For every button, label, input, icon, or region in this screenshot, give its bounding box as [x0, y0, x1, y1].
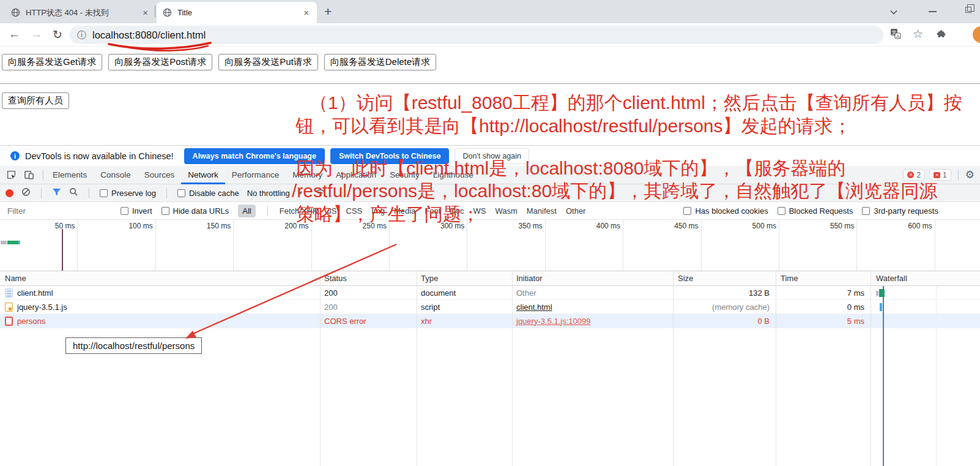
third-party-requests-option[interactable]: 3rd-party requests	[862, 206, 938, 216]
timeline-tick: 100 ms	[78, 220, 155, 271]
profile-avatar[interactable]	[973, 26, 980, 43]
tab-security[interactable]: Security	[383, 166, 426, 184]
filter-pill-css[interactable]: CSS	[346, 206, 363, 216]
invert-option[interactable]: Invert	[121, 206, 152, 216]
initiator-link[interactable]: client.html	[516, 303, 552, 312]
tab-lighthouse[interactable]: Lighthouse	[426, 166, 480, 184]
get-request-button[interactable]: 向服务器发送Get请求	[2, 54, 102, 70]
column-divider[interactable]	[673, 271, 674, 466]
filter-pill-ws[interactable]: WS	[473, 206, 486, 216]
column-divider[interactable]	[512, 271, 513, 466]
filter-input[interactable]	[7, 206, 111, 216]
timeline-tick: 500 ms	[702, 220, 779, 271]
post-request-button[interactable]: 向服务器发送Post请求	[108, 54, 212, 70]
issues-badge[interactable]: ×1	[929, 169, 951, 181]
query-all-persons-button[interactable]: 查询所有人员	[2, 92, 69, 109]
extensions-puzzle-icon[interactable]	[936, 28, 947, 42]
filter-pill-js[interactable]: JS	[327, 206, 336, 216]
failed-request-icon	[5, 317, 13, 326]
minimize-button[interactable]	[929, 11, 937, 12]
filter-pill-manifest[interactable]: Manifest	[527, 206, 557, 216]
filter-pill-doc[interactable]: Doc	[450, 206, 464, 216]
disable-cache-option[interactable]: Disable cache	[177, 189, 239, 198]
tab-memory[interactable]: Memory	[286, 166, 329, 184]
dont-show-again-button[interactable]: Don't show again	[455, 148, 529, 164]
hide-data-urls-option[interactable]: Hide data URLs	[161, 206, 229, 216]
network-conditions-wifi-icon[interactable]	[315, 188, 325, 198]
third-party-requests-checkbox[interactable]	[862, 207, 870, 215]
browser-tab-404[interactable]: HTTP状态 404 - 未找到 ×	[5, 2, 156, 23]
back-icon[interactable]: ←	[9, 28, 20, 41]
filter-pill-other[interactable]: Other	[566, 206, 586, 216]
put-request-button[interactable]: 向服务器发送Put请求	[218, 54, 318, 70]
tab-console[interactable]: Console	[94, 166, 138, 184]
site-info-icon[interactable]: ⓘ	[77, 29, 86, 41]
tab-network[interactable]: Network	[181, 166, 225, 184]
timeline-tick: 550 ms	[779, 220, 857, 271]
column-header-type[interactable]: Type	[417, 274, 512, 283]
tab-application[interactable]: Application	[329, 166, 383, 184]
filter-pill-all[interactable]: All	[238, 205, 255, 217]
column-header-size[interactable]: Size	[673, 274, 776, 283]
column-divider[interactable]	[870, 271, 871, 466]
disable-cache-checkbox[interactable]	[177, 189, 185, 197]
reload-icon[interactable]: ↻	[53, 28, 62, 42]
preserve-log-checkbox[interactable]	[100, 189, 108, 197]
column-header-initiator[interactable]: Initiator	[512, 274, 673, 283]
filter-pill-media[interactable]: Media	[394, 206, 415, 216]
filter-funnel-icon[interactable]	[52, 188, 61, 198]
column-header-status[interactable]: Status	[320, 274, 417, 283]
translate-icon[interactable]: 文A	[890, 28, 901, 42]
browser-tab-title[interactable]: Title ×	[157, 2, 317, 23]
initiator-link[interactable]: jquery-3.5.1.js:10099	[516, 317, 590, 326]
record-button[interactable]	[6, 189, 13, 197]
invert-checkbox[interactable]	[121, 207, 128, 215]
filter-pill-fetch-xhr[interactable]: Fetch/XHR	[280, 206, 319, 216]
tab-performance[interactable]: Performance	[225, 166, 286, 184]
tab-search-chevron-icon[interactable]	[890, 7, 897, 14]
switch-chinese-button[interactable]: Switch DevTools to Chinese	[330, 148, 449, 164]
column-divider[interactable]	[417, 271, 417, 466]
search-icon[interactable]	[69, 187, 78, 198]
tab-elements[interactable]: Elements	[46, 166, 94, 184]
column-divider[interactable]	[320, 271, 321, 466]
preserve-log-option[interactable]: Preserve log	[100, 189, 156, 198]
network-timeline-overview[interactable]: 50 ms 100 ms 150 ms 200 ms 250 ms 300 ms…	[0, 220, 980, 271]
clear-icon[interactable]	[21, 187, 31, 198]
filter-pill-img[interactable]: Img	[371, 206, 385, 216]
table-row[interactable]: jquery-3.5.1.js 200 script client.html (…	[0, 300, 980, 314]
column-header-time[interactable]: Time	[776, 274, 870, 283]
has-blocked-cookies-checkbox[interactable]	[683, 207, 691, 215]
throttling-select[interactable]: No throttling	[247, 189, 290, 198]
settings-gear-icon[interactable]: ⚙	[965, 168, 974, 181]
forward-icon[interactable]: →	[31, 28, 42, 41]
chevron-down-icon[interactable]: ▼	[298, 190, 303, 196]
browser-toolbar: ← → ↻ ⓘ localhost:8080/client.html 文A ☆	[0, 23, 980, 47]
table-row-selected[interactable]: persons CORS error xhr jquery-3.5.1.js:1…	[0, 314, 980, 328]
has-blocked-cookies-option[interactable]: Has blocked cookies	[683, 206, 768, 216]
timeline-tick: 400 ms	[546, 220, 623, 271]
column-header-name[interactable]: Name	[0, 274, 320, 283]
device-toolbar-icon[interactable]	[23, 169, 35, 181]
hide-data-urls-checkbox[interactable]	[161, 207, 169, 215]
close-icon[interactable]: ×	[302, 7, 311, 18]
console-errors-badge[interactable]: ×2	[903, 169, 925, 181]
filter-pill-font[interactable]: Font	[425, 206, 440, 216]
filter-pill-wasm[interactable]: Wasm	[495, 206, 517, 216]
svg-text:A: A	[896, 34, 899, 39]
blocked-requests-checkbox[interactable]	[778, 207, 785, 215]
bookmark-star-icon[interactable]: ☆	[913, 27, 923, 41]
column-divider[interactable]	[776, 271, 776, 466]
inspect-element-icon[interactable]	[5, 169, 17, 181]
delete-request-button[interactable]: 向服务器发送Delete请求	[324, 54, 436, 70]
tab-sources[interactable]: Sources	[138, 166, 182, 184]
close-icon[interactable]: ×	[141, 7, 150, 18]
match-language-button[interactable]: Always match Chrome's language	[184, 148, 325, 164]
blocked-requests-option[interactable]: Blocked Requests	[778, 206, 853, 216]
restore-button[interactable]	[965, 7, 971, 13]
new-tab-button[interactable]: +	[324, 4, 332, 19]
url-text[interactable]: localhost:8080/client.html	[92, 29, 206, 41]
table-row[interactable]: client.html 200 document Other 132 B 7 m…	[0, 286, 980, 300]
column-header-waterfall[interactable]: Waterfall	[870, 271, 980, 285]
address-bar[interactable]: ⓘ localhost:8080/client.html	[70, 26, 883, 44]
